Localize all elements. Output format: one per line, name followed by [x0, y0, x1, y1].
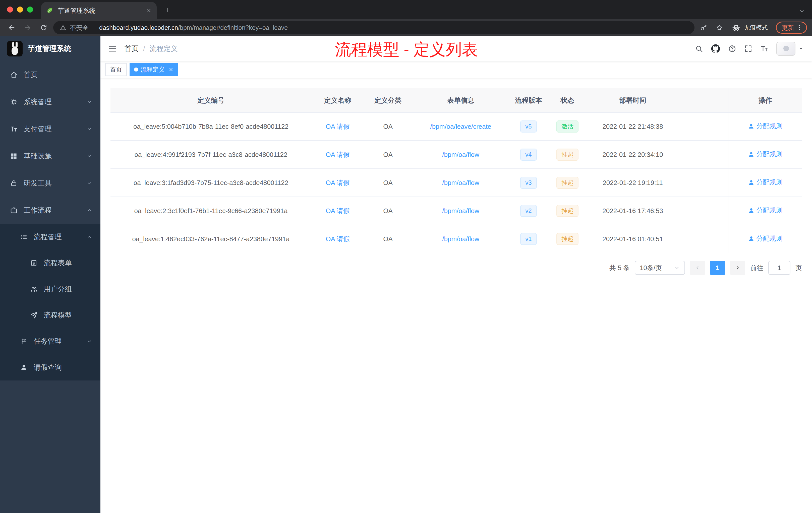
- search-icon[interactable]: [695, 45, 703, 53]
- page-unit-label: 页: [795, 264, 802, 272]
- sidebar-item-home[interactable]: 首页: [0, 61, 100, 88]
- cell-definition-id: oa_leave:3:1fad3d93-7b75-11ec-a3c8-acde4…: [111, 169, 311, 197]
- sidebar-item-process-form[interactable]: 流程表单: [0, 250, 100, 276]
- cell-category: OA: [364, 141, 412, 169]
- briefcase-icon: [10, 207, 18, 214]
- page-content: 定义编号 定义名称 定义分类 表单信息 流程版本 状态 部署时间 操作: [100, 78, 812, 513]
- sidebar-item-leave-query[interactable]: 请假查询: [0, 354, 100, 381]
- column-header-deploy-time: 部署时间: [587, 88, 678, 113]
- status-tag: 挂起: [556, 205, 579, 217]
- tag-process-definition[interactable]: 流程定义: [129, 63, 178, 76]
- sidebar-item-payment[interactable]: 支付管理: [0, 116, 100, 143]
- flag-icon: [20, 338, 28, 345]
- chrome-update-menu-button[interactable]: 更新: [776, 22, 807, 34]
- sidebar-item-workflow[interactable]: 工作流程: [0, 197, 100, 224]
- definition-name-link[interactable]: OA 请假: [326, 123, 349, 130]
- goto-page-input[interactable]: [768, 261, 790, 275]
- cell-deploy-time: 2022-01-16 01:40:51: [587, 225, 678, 253]
- password-key-icon[interactable]: [697, 24, 710, 31]
- sidebar-item-user-group[interactable]: 用户分组: [0, 276, 100, 302]
- address-divider: [94, 24, 94, 31]
- column-header-version: 流程版本: [510, 88, 547, 113]
- sidebar-item-infrastructure[interactable]: 基础设施: [0, 143, 100, 170]
- incognito-badge[interactable]: 无痕模式: [729, 23, 771, 32]
- sidebar-item-devtools[interactable]: 研发工具: [0, 170, 100, 197]
- form-info-link[interactable]: /bpm/oa/flow: [442, 151, 479, 158]
- security-label: 不安全: [70, 24, 89, 32]
- table-row: oa_leave:5:004b710b-7b8a-11ec-8ef0-acde4…: [111, 113, 802, 141]
- bookmark-star-icon[interactable]: [713, 24, 726, 31]
- assign-rule-link[interactable]: 分配规则: [748, 234, 783, 243]
- github-icon[interactable]: [711, 44, 720, 53]
- address-bar[interactable]: 不安全 dashboard.yudao.iocoder.cn/bpm/manag…: [53, 21, 695, 34]
- form-info-link[interactable]: /bpm/oa/leave/create: [430, 123, 491, 130]
- goto-label: 前往: [750, 264, 763, 272]
- definition-name-link[interactable]: OA 请假: [326, 235, 349, 243]
- column-header-form: 表单信息: [412, 88, 510, 113]
- incognito-icon: [732, 23, 741, 32]
- column-header-category: 定义分类: [364, 88, 412, 113]
- tab-close-icon[interactable]: [146, 8, 152, 13]
- definition-name-link[interactable]: OA 请假: [326, 207, 349, 215]
- sidebar-logo[interactable]: 芋道管理系统: [0, 36, 100, 61]
- assign-rule-link[interactable]: 分配规则: [748, 178, 783, 187]
- cell-deploy-time: 2022-01-22 21:48:38: [587, 113, 678, 141]
- assign-rule-link[interactable]: 分配规则: [748, 206, 783, 215]
- tag-close-icon[interactable]: [168, 67, 174, 72]
- sidebar-toggle-button[interactable]: [100, 44, 124, 53]
- user-avatar-menu[interactable]: [776, 42, 804, 56]
- page-number-current[interactable]: 1: [710, 261, 725, 275]
- breadcrumb-separator: /: [143, 45, 145, 53]
- user-icon: [748, 179, 754, 186]
- definition-name-link[interactable]: OA 请假: [326, 179, 349, 186]
- browser-tab[interactable]: 芋道管理系统: [41, 2, 157, 19]
- assign-rule-link[interactable]: 分配规则: [748, 150, 783, 159]
- page-annotation-title: 流程模型 - 定义列表: [335, 39, 478, 60]
- yen-icon: [10, 125, 18, 133]
- tag-home[interactable]: 首页: [106, 63, 126, 76]
- definition-table: 定义编号 定义名称 定义分类 表单信息 流程版本 状态 部署时间 操作: [111, 88, 802, 253]
- form-info-link[interactable]: /bpm/oa/flow: [442, 235, 479, 243]
- breadcrumb-home[interactable]: 首页: [124, 44, 139, 54]
- warning-icon: [60, 24, 66, 31]
- url-text: dashboard.yudao.iocoder.cn/bpm/manager/d…: [99, 24, 288, 31]
- next-page-button[interactable]: [730, 261, 745, 275]
- sidebar-item-task-management[interactable]: 任务管理: [0, 328, 100, 354]
- close-window-button[interactable]: [7, 6, 13, 12]
- pagination: 共 5 条 10条/页 1 前往 页: [111, 261, 802, 275]
- sidebar-item-system[interactable]: 系统管理: [0, 88, 100, 116]
- column-spacer: [678, 169, 728, 197]
- paper-plane-icon: [30, 311, 38, 319]
- back-button[interactable]: [5, 21, 18, 34]
- new-tab-button[interactable]: [161, 3, 175, 17]
- prev-page-button[interactable]: [690, 261, 705, 275]
- form-info-link[interactable]: /bpm/oa/flow: [442, 179, 479, 186]
- form-info-link[interactable]: /bpm/oa/flow: [442, 207, 479, 215]
- sidebar-item-process-management[interactable]: 流程管理: [0, 224, 100, 250]
- main-area: 首页 / 流程定义 流程模型 - 定义列表: [100, 36, 812, 513]
- active-dot: [134, 67, 138, 71]
- sidebar: 芋道管理系统 首页 系统管理 支付管理: [0, 36, 100, 513]
- page-size-select[interactable]: 10条/页: [635, 261, 685, 275]
- user-icon: [748, 207, 754, 214]
- update-label: 更新: [782, 24, 794, 32]
- font-size-icon[interactable]: [760, 45, 768, 53]
- fullscreen-icon[interactable]: [744, 45, 752, 53]
- sidebar-item-process-model[interactable]: 流程模型: [0, 302, 100, 328]
- chevron-left-icon: [695, 265, 700, 271]
- docs-question-icon[interactable]: [728, 45, 736, 53]
- window-controls: [0, 0, 41, 19]
- definition-name-link[interactable]: OA 请假: [326, 151, 349, 158]
- chevron-right-icon: [735, 265, 741, 271]
- cell-category: OA: [364, 197, 412, 225]
- grid-icon: [10, 152, 18, 160]
- column-spacer: [678, 88, 728, 113]
- assign-rule-link[interactable]: 分配规则: [748, 122, 783, 130]
- user-icon: [748, 235, 754, 242]
- chevron-down-icon: [674, 265, 680, 271]
- minimize-window-button[interactable]: [17, 6, 23, 12]
- zoom-window-button[interactable]: [27, 6, 33, 12]
- reload-button[interactable]: [37, 21, 50, 34]
- forward-button[interactable]: [21, 21, 34, 34]
- tab-search-chevron-icon[interactable]: [799, 8, 805, 14]
